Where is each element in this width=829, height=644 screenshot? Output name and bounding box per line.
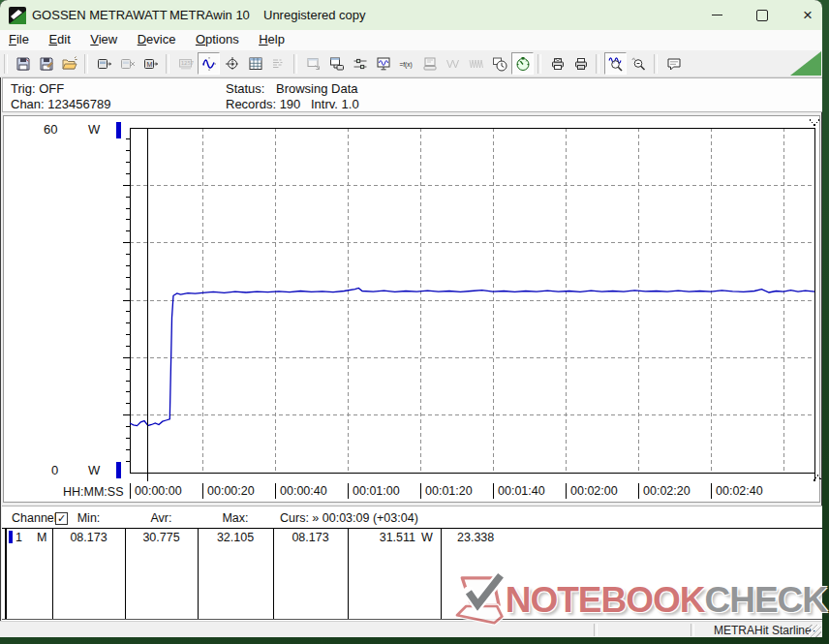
print-preview-button[interactable] <box>546 52 568 75</box>
title-app-name: GOSSEN METRAWATT <box>32 8 168 22</box>
scope-crosshair-button[interactable] <box>221 52 243 75</box>
live-gauge-button[interactable] <box>511 52 534 75</box>
table-view-button[interactable] <box>244 52 266 75</box>
maximize-button[interactable] <box>740 0 784 30</box>
y-unit-top: W <box>88 122 100 137</box>
power-trace <box>130 289 814 426</box>
x-axis-tick-label: 00:01:00 <box>348 483 400 499</box>
app-logo-icon <box>9 7 26 24</box>
menu-help[interactable]: Help <box>252 30 292 49</box>
clock-icon <box>492 56 507 72</box>
header-min: Min: <box>52 511 125 526</box>
channel-sliders-button[interactable] <box>349 52 371 75</box>
resize-grip[interactable] <box>809 625 821 637</box>
header-max: Max: <box>198 511 273 526</box>
table-bottom-border <box>2 619 822 620</box>
close-button[interactable]: × <box>785 0 822 30</box>
channel1-top-marker <box>116 122 121 138</box>
y-unit-bottom: W <box>88 463 100 477</box>
menu-edit[interactable]: Edit <box>42 30 77 49</box>
cell-max: 32.105 <box>198 531 273 544</box>
waveform-chart-icon <box>201 56 217 72</box>
connected-device-name: METRAHit Starline-Seri <box>714 624 822 637</box>
channel1-bottom-marker <box>116 462 121 478</box>
speech-bubble-icon <box>666 56 682 72</box>
x-axis-tick-labels: 00:00:0000:00:2000:00:4000:01:0000:01:20… <box>4 483 821 501</box>
chart-panel: 60 W 0 W HH:MM:SS 00:00:0000:00:2000:00:… <box>3 115 820 503</box>
save-file-button[interactable] <box>12 52 34 75</box>
cursor-2-top-handle[interactable] <box>810 119 819 126</box>
annotation-button[interactable] <box>662 52 685 75</box>
menu-bar: File Edit View Device Options Help <box>0 30 822 51</box>
svg-text:1257: 1257 <box>180 60 193 66</box>
cell-cursor1: 08.173 <box>273 531 348 544</box>
header-cursor-readout: Curs: » 00:03:09 (+03:04) <box>280 511 418 526</box>
formula-button[interactable]: =f(x) <box>395 52 417 75</box>
device-send-icon <box>97 56 112 72</box>
monitor-view-button[interactable] <box>372 52 394 75</box>
header-avr: Avr: <box>125 511 198 526</box>
send-to-device-button[interactable] <box>93 52 115 75</box>
floppy-disk-icon <box>15 56 31 72</box>
table-gridline <box>5 528 7 619</box>
power-chart-plot[interactable] <box>4 116 821 504</box>
menu-options[interactable]: Options <box>189 30 246 49</box>
toolbar-separator <box>293 54 297 74</box>
menu-file[interactable]: File <box>2 30 36 49</box>
interval-value: Intrv. 1.0 <box>311 97 359 111</box>
toolbar-separator <box>596 54 599 74</box>
zoom-out-wave-button[interactable] <box>628 52 650 75</box>
crosshair-icon <box>225 56 240 72</box>
sliders-icon <box>353 56 368 72</box>
multimeter-display-button: 1257 <box>174 52 197 75</box>
device-disconnect-icon <box>120 56 136 72</box>
channel1-color-marker <box>9 531 13 543</box>
save-as-button[interactable] <box>35 52 57 75</box>
disconnect-device-button <box>116 52 138 75</box>
window-export-icon <box>306 56 322 72</box>
device-config-button <box>418 52 441 75</box>
cell-channel-num: 1 <box>15 531 22 544</box>
device-config-icon <box>422 56 438 72</box>
cell-min: 08.173 <box>52 531 125 544</box>
open-file-button[interactable] <box>58 52 80 75</box>
print-button[interactable] <box>569 52 592 75</box>
printer-icon <box>573 56 589 72</box>
waveform-b-button <box>465 52 487 75</box>
waveform-a-button <box>442 52 464 75</box>
menu-view[interactable]: View <box>83 30 124 49</box>
app-window: GOSSEN METRAWATT METRAwin 10 Unregistere… <box>0 0 822 637</box>
x-axis-tick-label: 00:00:00 <box>130 483 182 499</box>
minimize-button[interactable] <box>694 0 739 30</box>
chart-view-button[interactable] <box>198 52 220 75</box>
minimize-icon <box>712 15 722 15</box>
menu-device[interactable]: Device <box>131 30 183 49</box>
status-label: Status: <box>226 81 264 96</box>
clock-window-button[interactable] <box>488 52 510 75</box>
records-count: Records: 190 <box>226 97 300 111</box>
read-device-memory-button[interactable]: M <box>139 52 162 75</box>
x-axis-tick-label: 00:01:40 <box>493 483 545 499</box>
dense-wave-icon <box>469 56 484 72</box>
status-value: Browsing Data <box>276 81 358 96</box>
cell-unit: W <box>421 531 433 544</box>
x-axis-tick-label: 00:02:20 <box>638 483 691 499</box>
title-bar[interactable]: GOSSEN METRAWATT METRAwin 10 Unregistere… <box>0 0 822 30</box>
cell-avr: 30.775 <box>125 531 198 544</box>
toolbar-separator <box>537 54 541 74</box>
svg-text:=f(x): =f(x) <box>399 61 412 69</box>
statusbar-divider <box>594 624 598 636</box>
floppy-disk-pen-icon <box>39 56 54 72</box>
data-table-icon <box>248 56 263 72</box>
x-axis-tick-label: 00:02:40 <box>711 483 763 499</box>
close-icon: × <box>803 6 813 25</box>
title-product-name: METRAwin 10 <box>169 8 250 22</box>
toolbar-grip[interactable] <box>4 54 8 74</box>
cell-delta: 23.338 <box>457 531 494 544</box>
device-window-button[interactable] <box>325 52 348 75</box>
acquisition-info-panel: Trig: OFF Chan: 123456789 Status: Browsi… <box>2 77 822 112</box>
maximize-icon <box>756 10 768 21</box>
zoom-in-wave-button[interactable] <box>604 52 627 75</box>
printer-envelope-icon <box>550 56 566 72</box>
toolbar: M 1257 =f(x) <box>0 50 822 77</box>
